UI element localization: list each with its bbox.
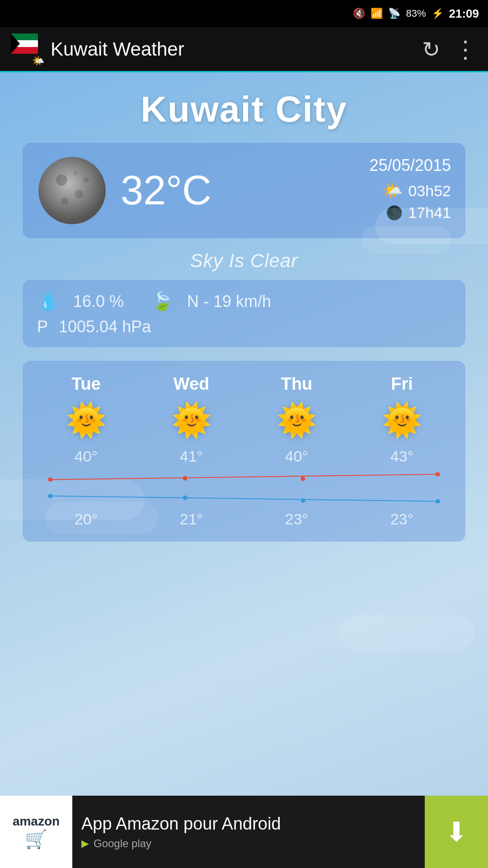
cloud-decoration [339, 615, 474, 651]
svg-point-19 [436, 499, 440, 503]
current-date: 25/05/2015 [370, 156, 451, 175]
svg-point-9 [74, 171, 78, 175]
amazon-logo: amazon 🛒 [0, 796, 72, 868]
charging-icon: ⚡ [432, 8, 444, 19]
low-temp-chart-line [33, 494, 455, 503]
moon-icon [37, 156, 107, 226]
svg-point-17 [183, 495, 188, 500]
svg-point-4 [38, 157, 106, 224]
cloud-decoration [45, 502, 158, 533]
low-temp-line [33, 494, 455, 503]
cloud-decoration [361, 226, 452, 253]
svg-point-18 [300, 498, 305, 503]
high-temp-tue: 40° [75, 448, 98, 465]
google-play-label: Google play [94, 837, 151, 850]
sunrise-time: 03h52 [408, 182, 451, 200]
ad-main-text: App Amazon pour Android [81, 814, 416, 834]
sun-icon-wed: 🌞 [171, 401, 212, 439]
high-temp-fri: 43° [390, 448, 413, 465]
sun-icon-tue: 🌞 [66, 401, 107, 439]
sun-icon-thu: 🌞 [277, 401, 317, 439]
status-bar: 🔇 📶 📡 83% ⚡ 21:09 [0, 0, 488, 27]
low-temp-wed: 21° [180, 510, 203, 528]
high-temp-wed: 41° [180, 448, 203, 465]
day-label-wed: Wed [174, 374, 210, 394]
amazon-text: amazon [13, 814, 60, 829]
forecast-days: Tue 🌞 40° Wed 🌞 41° Thu 🌞 40° Fri 🌞 43° [33, 374, 455, 468]
forecast-day-wed: Wed 🌞 41° [139, 374, 244, 468]
sun-gear-icon: 🌤️ [32, 55, 44, 67]
download-icon: ⬇ [445, 816, 468, 848]
svg-point-14 [436, 472, 440, 476]
sunrise-icon: 🌤️ [382, 181, 403, 200]
wifi-icon: 📶 [371, 8, 383, 19]
day-label-thu: Thu [281, 374, 313, 394]
mute-icon: 🔇 [353, 8, 365, 19]
high-temp-line [33, 472, 455, 481]
details-row-2: P 1005.04 hPa [37, 317, 451, 336]
svg-line-15 [50, 496, 437, 501]
svg-point-6 [75, 190, 84, 198]
weather-details-card: 💧 16.0 % 🍃 N - 19 km/h P 1005.04 hPa [23, 280, 465, 347]
top-bar: 🌤️ Kuwait Weather ↻ ⋮ [0, 27, 488, 72]
status-time: 21:09 [449, 7, 479, 21]
svg-point-8 [83, 177, 89, 183]
sun-icon-fri: 🌞 [382, 401, 422, 439]
pressure-value: 1005.04 hPa [59, 317, 151, 336]
kuwait-flag-icon [11, 33, 38, 54]
high-temp-chart-line [33, 472, 455, 481]
ad-text-area: App Amazon pour Android ▶ Google play [72, 814, 425, 850]
menu-button[interactable]: ⋮ [454, 36, 477, 63]
svg-point-11 [48, 477, 52, 481]
pressure-label: P [37, 317, 48, 336]
amazon-cart-icon: 🛒 [25, 829, 47, 850]
ad-banner[interactable]: amazon 🛒 App Amazon pour Android ▶ Googl… [0, 796, 488, 868]
day-label-fri: Fri [391, 374, 413, 394]
forecast-day-thu: Thu 🌞 40° [244, 374, 349, 468]
sunrise-row: 🌤️ 03h52 [370, 181, 451, 200]
signal-icon: 📡 [388, 8, 400, 19]
svg-point-16 [48, 494, 52, 498]
app-logo: 🌤️ [11, 33, 42, 65]
svg-point-12 [183, 476, 188, 481]
main-content: Kuwait City 32°C 25/05/2015 [0, 72, 488, 868]
svg-point-5 [56, 175, 67, 186]
city-name: Kuwait City [0, 72, 488, 143]
temperature-display: 32°C [121, 167, 370, 214]
forecast-day-tue: Tue 🌞 40° [33, 374, 139, 468]
ad-sub-text: ▶ Google play [81, 837, 416, 850]
wind-value: N - 19 km/h [187, 292, 271, 311]
refresh-button[interactable]: ↻ [422, 37, 440, 62]
google-play-arrow-icon: ▶ [81, 838, 89, 849]
day-label-tue: Tue [71, 374, 101, 394]
high-temp-thu: 40° [285, 448, 308, 465]
low-temp-thu: 23° [285, 510, 308, 528]
download-button[interactable]: ⬇ [425, 796, 488, 868]
wind-icon: 🍃 [151, 291, 174, 312]
battery-indicator: 83% [406, 8, 426, 19]
svg-point-7 [61, 198, 69, 205]
low-temp-fri: 23° [390, 510, 413, 528]
humidity-icon: 💧 [37, 291, 60, 312]
svg-point-13 [300, 476, 305, 481]
svg-line-10 [50, 474, 437, 480]
humidity-value: 16.0 % [73, 292, 124, 311]
app-title: Kuwait Weather [51, 38, 408, 60]
forecast-day-fri: Fri 🌞 43° [349, 374, 455, 468]
details-row-1: 💧 16.0 % 🍃 N - 19 km/h [37, 291, 451, 312]
